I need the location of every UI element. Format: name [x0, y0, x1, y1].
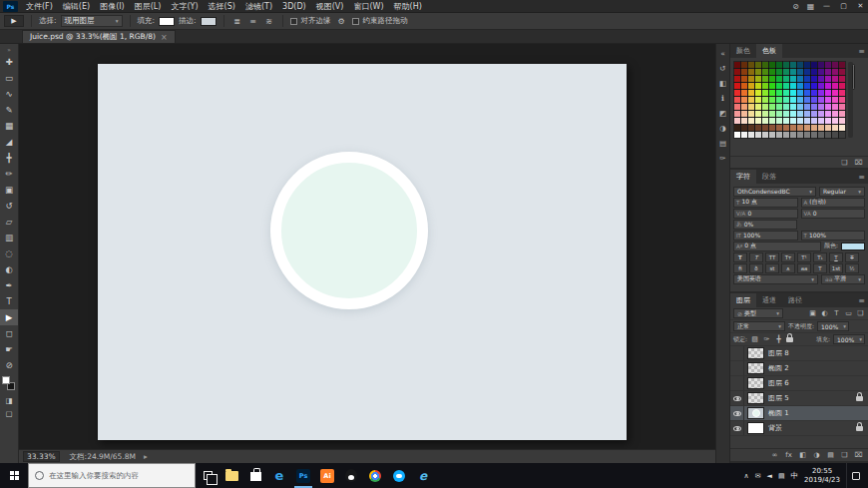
color-swatch[interactable]: [839, 62, 845, 68]
baseline-shift-field[interactable]: Aª0 点: [733, 242, 821, 251]
color-swatch[interactable]: [839, 83, 845, 89]
photoshop-button[interactable]: Ps: [291, 463, 315, 488]
color-swatch[interactable]: [769, 125, 775, 131]
color-swatch[interactable]: [741, 83, 747, 89]
color-swatch[interactable]: [839, 76, 845, 82]
color-panel-icon[interactable]: ◩: [716, 106, 729, 121]
menu-item[interactable]: 3D(D): [277, 2, 311, 11]
color-swatch[interactable]: [776, 132, 782, 138]
color-swatch[interactable]: [762, 132, 768, 138]
color-swatch[interactable]: [832, 104, 838, 110]
internet-explorer-button[interactable]: e: [411, 463, 435, 488]
layer-filter-type-select[interactable]: ⊘类型: [733, 308, 783, 318]
color-swatch[interactable]: [790, 76, 796, 82]
color-swatch[interactable]: [783, 90, 789, 96]
color-swatch[interactable]: [741, 118, 747, 124]
color-swatch[interactable]: [734, 125, 740, 131]
font-family-select[interactable]: OthCondensedBC: [733, 187, 816, 197]
visibility-toggle[interactable]: [730, 361, 744, 375]
lasso-tool[interactable]: ∿: [0, 86, 18, 102]
color-swatch[interactable]: [790, 111, 796, 117]
color-swatch[interactable]: [832, 69, 838, 75]
color-swatch[interactable]: [762, 97, 768, 103]
color-swatch[interactable]: [818, 104, 824, 110]
delete-layer-icon[interactable]: ⌧: [854, 451, 863, 459]
faux-italic-button[interactable]: T: [749, 252, 763, 262]
layer-row[interactable]: 椭圆 1: [730, 406, 868, 421]
color-swatch[interactable]: [748, 125, 754, 131]
color-swatch[interactable]: [818, 69, 824, 75]
lock-image-pixels-icon[interactable]: ✑: [762, 335, 771, 343]
color-swatch[interactable]: [839, 118, 845, 124]
tab-paragraph[interactable]: 段落: [756, 170, 782, 184]
color-swatch[interactable]: [832, 90, 838, 96]
document-tab[interactable]: Juice.psd @ 33.3%(椭圆 1, RGB/8) ×: [22, 30, 176, 43]
color-swatch[interactable]: [832, 132, 838, 138]
color-swatch[interactable]: [734, 76, 740, 82]
pen-tool[interactable]: ✒: [0, 277, 18, 293]
color-swatch[interactable]: [755, 62, 761, 68]
color-swatch[interactable]: [755, 83, 761, 89]
color-swatch[interactable]: [769, 118, 775, 124]
color-swatch[interactable]: [811, 69, 817, 75]
color-swatch[interactable]: [776, 69, 782, 75]
collapse-panels-icon[interactable]: «: [716, 46, 729, 61]
layer-row[interactable]: 图层 5: [730, 391, 868, 406]
color-swatch[interactable]: [839, 104, 845, 110]
titling-alternates-button[interactable]: T: [813, 263, 827, 273]
color-swatch[interactable]: [818, 83, 824, 89]
zoom-tool[interactable]: ⊘: [0, 357, 18, 373]
color-swatch[interactable]: [741, 97, 747, 103]
color-swatch[interactable]: [811, 83, 817, 89]
tool-preset-icon[interactable]: ▶: [4, 15, 24, 27]
color-swatch[interactable]: [811, 104, 817, 110]
workspace-switcher-icon[interactable]: ▦: [804, 2, 817, 11]
filter-type-layers-icon[interactable]: T: [832, 309, 841, 317]
tracking-field[interactable]: VA0: [801, 209, 866, 219]
color-swatch[interactable]: [790, 90, 796, 96]
menu-item[interactable]: 文字(Y): [166, 1, 203, 12]
qq-button[interactable]: [339, 463, 363, 488]
color-swatch[interactable]: [734, 104, 740, 110]
color-swatch[interactable]: [755, 97, 761, 103]
taskbar-clock[interactable]: 20:55 2019/4/23: [804, 467, 840, 485]
visibility-toggle[interactable]: [730, 346, 744, 360]
tab-close-icon[interactable]: ×: [161, 33, 168, 42]
color-swatch[interactable]: [734, 111, 740, 117]
zoom-level-field[interactable]: 33.33%: [23, 451, 60, 462]
color-swatch[interactable]: [825, 111, 831, 117]
color-swatch[interactable]: [825, 76, 831, 82]
fractions-button[interactable]: ½: [845, 263, 859, 273]
color-swatch[interactable]: [839, 125, 845, 131]
action-center-button[interactable]: [846, 463, 864, 488]
blend-mode-select[interactable]: 正常: [733, 321, 785, 331]
color-swatch[interactable]: [832, 125, 838, 131]
lock-transparent-pixels-icon[interactable]: ▨: [750, 335, 759, 343]
color-swatch[interactable]: [818, 62, 824, 68]
color-swatch[interactable]: [839, 132, 845, 138]
menu-item[interactable]: 视图(V): [311, 1, 349, 12]
healing-brush-tool[interactable]: ╋: [0, 150, 18, 166]
color-swatch[interactable]: [811, 125, 817, 131]
color-swatch[interactable]: [783, 125, 789, 131]
color-swatch[interactable]: [790, 118, 796, 124]
quick-selection-tool[interactable]: ✎: [0, 102, 18, 118]
color-swatch[interactable]: [734, 83, 740, 89]
color-swatch[interactable]: [818, 111, 824, 117]
select-mode-dropdown[interactable]: 现用图层: [61, 15, 123, 27]
scrollbar-thumb[interactable]: [852, 64, 855, 90]
color-swatch[interactable]: [755, 118, 761, 124]
tab-character[interactable]: 字符: [730, 170, 756, 184]
align-center-icon[interactable]: ≡: [247, 17, 259, 26]
hidden-icons-chevron[interactable]: ∧: [744, 472, 749, 480]
libraries-panel-icon[interactable]: ▤: [716, 136, 729, 151]
color-swatch[interactable]: [832, 118, 838, 124]
color-swatch[interactable]: [755, 69, 761, 75]
dodge-tool[interactable]: ◐: [0, 261, 18, 277]
marquee-tool[interactable]: ▭: [0, 70, 18, 86]
font-size-field[interactable]: T10 点: [733, 198, 798, 208]
color-swatch[interactable]: [825, 125, 831, 131]
color-swatch[interactable]: [762, 90, 768, 96]
fill-opacity-field[interactable]: 100%: [833, 334, 865, 344]
color-swatch[interactable]: [804, 118, 810, 124]
